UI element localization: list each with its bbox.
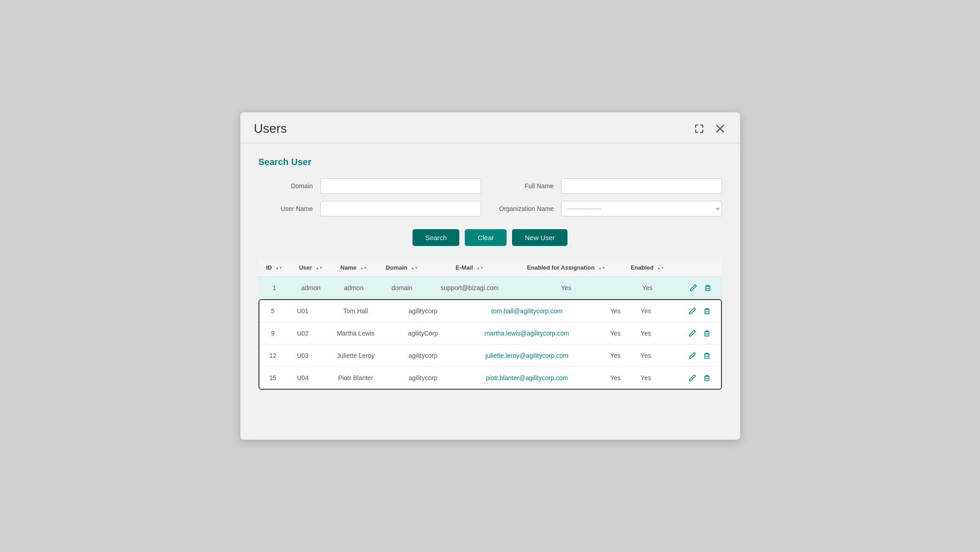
cell-enabled-assign: Yes (600, 300, 631, 322)
cell-name: admon (331, 277, 376, 299)
edit-icon (689, 284, 697, 292)
table-row: 9 U02 Martha Lewis agilityCorp martha.le… (259, 322, 721, 345)
edit-icon (688, 307, 696, 315)
cell-actions (661, 322, 721, 345)
cell-enabled: Yes (631, 345, 661, 367)
cell-user: admon (290, 277, 331, 299)
fullname-input[interactable] (561, 178, 722, 194)
close-button[interactable] (714, 122, 726, 135)
cell-user: U02 (287, 322, 319, 345)
cell-email: tom.hall@agilitycorp.com (453, 300, 600, 322)
users-table-container: ID ▲▼ User ▲▼ Name ▲▼ Domain (259, 259, 722, 390)
cell-name: Tom Hall (319, 300, 393, 322)
col-name: Name ▲▼ (331, 259, 376, 277)
svg-rect-11 (705, 354, 709, 358)
delete-icon (703, 374, 711, 382)
cell-name: Martha Lewis (319, 322, 393, 345)
table-row: 15 U04 Piotr Blanter agilitycorp piotr.b… (259, 367, 721, 389)
svg-rect-8 (705, 331, 709, 336)
svg-rect-14 (705, 376, 709, 381)
table-body: 1 admon admon domain support@bizagi.com … (259, 277, 722, 390)
delete-button[interactable] (703, 283, 713, 293)
edit-button[interactable] (687, 351, 697, 361)
table-row: 5 U01 Tom Hall agilitycorp tom.hall@agil… (259, 300, 721, 322)
orgname-row: Organization Name ---------------- (499, 201, 722, 216)
sort-name[interactable]: ▲▼ (360, 266, 367, 270)
cell-actions (661, 345, 721, 367)
delete-button[interactable] (702, 306, 712, 316)
delete-icon (704, 284, 712, 292)
cell-name: Juliette Leroy (319, 345, 393, 367)
cell-domain: agilityCorp (393, 322, 454, 345)
cell-user: U01 (287, 300, 319, 322)
col-user: User ▲▼ (290, 259, 331, 277)
sort-id[interactable]: ▲▼ (275, 266, 283, 270)
users-table: ID ▲▼ User ▲▼ Name ▲▼ Domain (259, 259, 722, 390)
edit-button[interactable] (687, 373, 697, 383)
cell-actions (674, 277, 722, 299)
cell-user: U03 (287, 345, 319, 367)
delete-button[interactable] (702, 351, 712, 361)
svg-rect-5 (705, 309, 709, 314)
sort-domain[interactable]: ▲▼ (411, 266, 418, 270)
cell-email: support@bizagi.com (428, 277, 512, 299)
edit-button[interactable] (687, 306, 697, 316)
modal-header: Users (240, 112, 740, 143)
table-row: 12 U03 Juliette Leroy agilitycorp juliet… (259, 345, 721, 367)
edit-button[interactable] (688, 283, 698, 293)
edit-icon (688, 329, 696, 337)
col-enabled: Enabled ▲▼ (621, 259, 674, 277)
sort-user[interactable]: ▲▼ (315, 266, 323, 270)
cell-enabled-assign: Yes (600, 322, 631, 345)
cell-enabled: Yes (631, 367, 661, 389)
expand-button[interactable] (693, 122, 706, 135)
edit-icon (688, 351, 696, 360)
domain-input[interactable] (320, 178, 481, 194)
sort-enabled-assign[interactable]: ▲▼ (598, 266, 606, 270)
modal-title: Users (254, 121, 287, 136)
col-actions (674, 259, 722, 277)
delete-icon (703, 329, 711, 337)
cell-id: 12 (259, 345, 287, 367)
orgname-label: Organization Name (499, 205, 554, 212)
username-input[interactable] (320, 201, 481, 216)
cell-email: piotr.blanter@agilitycorp.com (453, 367, 600, 389)
username-label: User Name (259, 205, 313, 212)
cell-enabled: Yes (631, 300, 661, 322)
delete-button[interactable] (702, 328, 712, 338)
search-section-title: Search User (259, 157, 722, 167)
sort-enabled[interactable]: ▲▼ (657, 266, 664, 270)
edit-button[interactable] (687, 328, 697, 338)
cell-name: Piotr Blanter (319, 367, 393, 389)
username-row: User Name (259, 201, 481, 216)
orgname-select[interactable]: ---------------- (561, 201, 721, 216)
delete-icon (703, 307, 711, 315)
cell-actions (661, 300, 721, 322)
search-form: Domain Full Name User Name Organization … (259, 178, 722, 216)
svg-rect-2 (706, 286, 710, 291)
col-domain: Domain ▲▼ (376, 259, 428, 277)
fullname-label: Full Name (499, 182, 554, 190)
delete-button[interactable] (702, 373, 712, 383)
cell-actions (661, 367, 721, 389)
domain-row: Domain (259, 178, 481, 194)
table-row: 1 admon admon domain support@bizagi.com … (259, 277, 722, 299)
cell-enabled-assign: Yes (600, 345, 631, 367)
search-button[interactable]: Search (413, 229, 460, 246)
fullname-row: Full Name (499, 178, 722, 194)
cell-id: 5 (259, 300, 287, 322)
users-modal: Users Search User Dom (240, 112, 740, 440)
col-enabled-assign: Enabled for Assignation ▲▼ (512, 259, 621, 277)
sort-email[interactable]: ▲▼ (477, 266, 484, 270)
cell-email: martha.lewis@agilitycorp.com (453, 322, 600, 345)
clear-button[interactable]: Clear (465, 229, 507, 246)
cell-id: 15 (259, 367, 287, 389)
cell-domain: agilitycorp (393, 367, 454, 389)
cell-user: U04 (287, 367, 319, 389)
cell-domain: agilitycorp (393, 345, 454, 367)
cell-enabled: Yes (621, 277, 674, 299)
cell-enabled-assign: Yes (600, 367, 631, 389)
new-user-button[interactable]: New User (512, 229, 567, 246)
cell-id: 9 (259, 322, 287, 345)
grouped-rows-container: 5 U01 Tom Hall agilitycorp tom.hall@agil… (259, 299, 722, 390)
